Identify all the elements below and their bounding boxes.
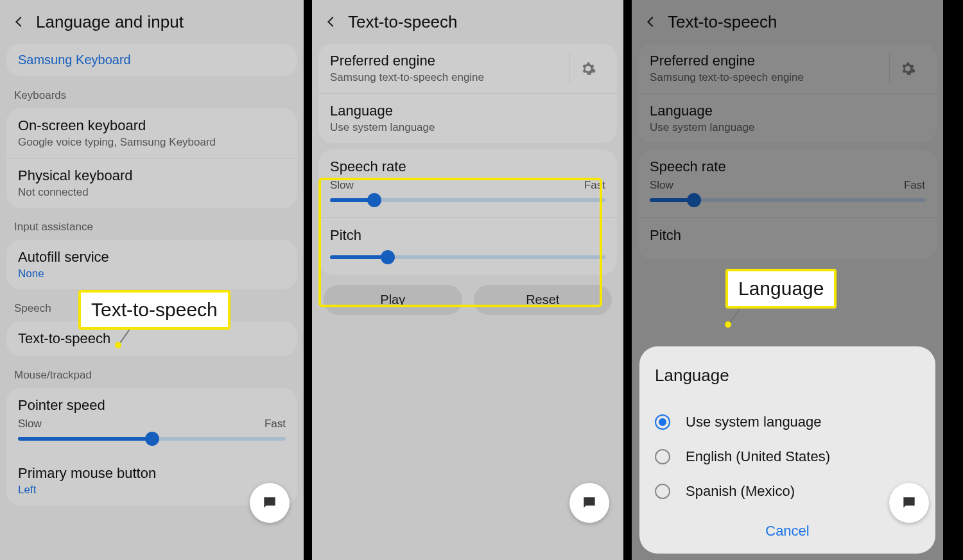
screen-tts-dialog: Text-to-speech Preferred engine Samsung …: [632, 0, 943, 560]
radio-icon: [655, 414, 670, 430]
autofill-row[interactable]: Autofill service None: [6, 240, 297, 289]
pitch-slider[interactable]: [330, 255, 605, 259]
primary-sub: Left: [18, 484, 286, 496]
radio-label: Use system language: [686, 414, 822, 430]
page-title: Language and input: [36, 12, 184, 32]
section-input-assist: Input assistance: [0, 214, 304, 240]
radio-use-system[interactable]: Use system language: [655, 405, 920, 439]
preferred-engine-row[interactable]: Preferred engine Samsung text-to-speech …: [638, 44, 937, 93]
speech-rate-title: Speech rate: [650, 158, 925, 175]
section-speech: Speech: [0, 296, 304, 321]
cancel-button[interactable]: Cancel: [655, 523, 920, 539]
pitch-row: Pitch: [638, 217, 937, 259]
back-button[interactable]: [318, 9, 344, 35]
pref-engine-sub: Samsung text-to-speech engine: [650, 71, 889, 84]
pointer-title: Pointer speed: [18, 397, 286, 414]
language-dialog: Language Use system language English (Un…: [639, 346, 935, 554]
screen-tts: Text-to-speech Preferred engine Samsung …: [312, 0, 623, 560]
language-sub: Use system language: [330, 121, 605, 134]
chat-fab[interactable]: [250, 483, 290, 523]
speech-card: Text-to-speech: [6, 321, 297, 356]
language-sub: Use system language: [650, 121, 925, 134]
pref-engine-sub: Samsung text-to-speech engine: [330, 71, 569, 84]
pref-engine-title: Preferred engine: [650, 53, 889, 69]
page-title: Text-to-speech: [668, 12, 777, 32]
header: Language and input: [0, 0, 304, 44]
reset-button[interactable]: Reset: [474, 285, 612, 315]
autofill-sub: None: [18, 267, 286, 280]
language-title: Language: [650, 103, 925, 119]
pointer-slider[interactable]: [18, 437, 286, 441]
page-title: Text-to-speech: [348, 12, 458, 32]
tts-row[interactable]: Text-to-speech: [6, 321, 297, 356]
language-title: Language: [330, 103, 605, 119]
language-row[interactable]: Language Use system language: [638, 93, 937, 143]
engine-card: Preferred engine Samsung text-to-speech …: [638, 44, 937, 143]
tts-title: Text-to-speech: [18, 330, 286, 347]
radio-icon: [655, 484, 670, 499]
back-button[interactable]: [6, 9, 32, 35]
autofill-card: Autofill service None: [6, 240, 297, 289]
speech-rate-row: Speech rate Slow Fast: [638, 149, 937, 217]
pointer-fast-label: Fast: [265, 418, 286, 430]
radio-icon: [655, 449, 670, 464]
engine-settings-button[interactable]: [889, 53, 925, 84]
gear-icon: [580, 60, 596, 77]
primary-title: Primary mouse button: [18, 465, 286, 482]
rate-pitch-card: Speech rate Slow Fast Pitch: [638, 149, 937, 259]
header: Text-to-speech: [632, 0, 943, 44]
keyboards-card: On-screen keyboard Google voice typing, …: [6, 108, 297, 208]
rate-slow-label: Slow: [650, 179, 673, 192]
section-keyboards: Keyboards: [0, 83, 304, 108]
play-button[interactable]: Play: [324, 285, 462, 315]
pitch-title: Pitch: [330, 227, 605, 244]
radio-spanish-mx[interactable]: Spanish (Mexico): [655, 474, 920, 509]
physical-title: Physical keyboard: [18, 167, 286, 184]
onscreen-sub: Google voice typing, Samsung Keyboard: [18, 136, 286, 149]
pointer-speed-row: Pointer speed Slow Fast: [6, 388, 297, 456]
chat-fab[interactable]: [569, 483, 609, 523]
radio-english-us[interactable]: English (United States): [655, 439, 920, 474]
engine-settings-button[interactable]: [569, 53, 605, 84]
pref-engine-title: Preferred engine: [330, 53, 569, 69]
callout-language: Language: [725, 269, 837, 309]
rate-fast-label: Fast: [584, 179, 605, 192]
button-row: Play Reset: [312, 281, 623, 327]
engine-card: Preferred engine Samsung text-to-speech …: [318, 44, 617, 143]
gear-icon: [899, 60, 916, 77]
speech-rate-slider[interactable]: [330, 198, 605, 202]
header: Text-to-speech: [312, 0, 623, 44]
dialog-title: Language: [655, 366, 920, 386]
rate-fast-label: Fast: [904, 179, 925, 192]
physical-sub: Not connected: [18, 186, 286, 199]
rate-slow-label: Slow: [330, 179, 354, 192]
rate-pitch-card: Speech rate Slow Fast Pitch: [318, 149, 617, 275]
speech-rate-title: Speech rate: [330, 158, 605, 175]
back-button[interactable]: [638, 9, 664, 35]
chat-fab[interactable]: [889, 483, 929, 523]
section-mouse: Mouse/trackpad: [0, 362, 304, 388]
speech-rate-slider[interactable]: [650, 198, 925, 202]
onscreen-title: On-screen keyboard: [18, 117, 286, 134]
onscreen-keyboard-row[interactable]: On-screen keyboard Google voice typing, …: [6, 108, 297, 158]
radio-label: Spanish (Mexico): [686, 483, 795, 500]
samsung-keyboard-link[interactable]: Samsung Keyboard: [6, 44, 297, 76]
pointer-slow-label: Slow: [18, 418, 42, 430]
mouse-card: Pointer speed Slow Fast Primary mouse bu…: [6, 388, 297, 505]
pitch-title: Pitch: [650, 227, 925, 244]
pitch-row: Pitch: [318, 217, 617, 275]
screen-language-input: Language and input Samsung Keyboard Keyb…: [0, 0, 304, 560]
autofill-title: Autofill service: [18, 249, 286, 266]
language-row[interactable]: Language Use system language: [318, 93, 617, 143]
preferred-engine-row[interactable]: Preferred engine Samsung text-to-speech …: [318, 44, 617, 93]
speech-rate-row: Speech rate Slow Fast: [318, 149, 617, 217]
radio-label: English (United States): [686, 448, 830, 465]
physical-keyboard-row[interactable]: Physical keyboard Not connected: [6, 158, 297, 208]
